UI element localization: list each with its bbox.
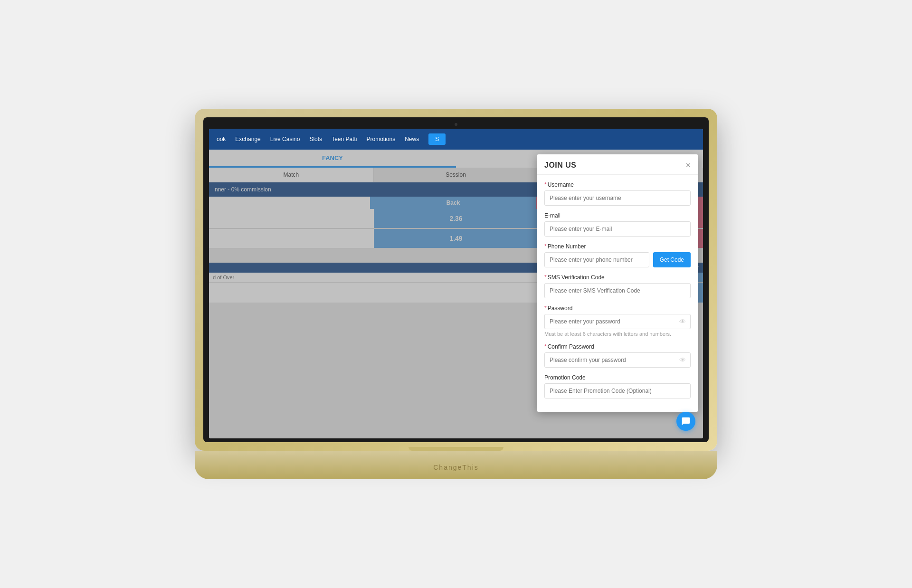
laptop-container: ook Exchange Live Casino Slots Teen Patt… xyxy=(195,109,717,479)
camera-dot xyxy=(455,123,457,126)
phone-row: Get Code xyxy=(544,252,691,267)
modal-body: *Username E-mail xyxy=(537,175,698,412)
get-code-button[interactable]: Get Code xyxy=(653,252,691,267)
confirm-password-label: *Confirm Password xyxy=(544,343,691,350)
email-input[interactable] xyxy=(544,221,691,237)
modal-close-button[interactable]: × xyxy=(685,161,691,170)
nav-item-live-casino[interactable]: Live Casino xyxy=(270,136,300,142)
username-required-star: * xyxy=(544,181,547,188)
password-row: 👁 xyxy=(544,314,691,329)
website-content: FANCY FIXED Match Session Player nner - … xyxy=(209,150,703,438)
signup-button[interactable]: S xyxy=(428,133,446,145)
nav-item-news[interactable]: News xyxy=(405,136,419,142)
phone-input[interactable] xyxy=(544,252,649,267)
confirm-password-group: *Confirm Password 👁 xyxy=(544,343,691,368)
email-group: E-mail xyxy=(544,212,691,237)
nav-item-promotions[interactable]: Promotions xyxy=(367,136,396,142)
username-group: *Username xyxy=(544,181,691,206)
password-eye-icon[interactable]: 👁 xyxy=(679,318,686,325)
email-label: E-mail xyxy=(544,212,691,219)
laptop-base: ChangeThis xyxy=(195,451,717,479)
laptop-brand: ChangeThis xyxy=(433,464,479,471)
chat-icon xyxy=(681,417,691,426)
password-label: *Password xyxy=(544,305,691,312)
sms-input[interactable] xyxy=(544,283,691,298)
password-group: *Password 👁 Must be at least 6 character… xyxy=(544,305,691,337)
promo-group: Promotion Code xyxy=(544,374,691,398)
confirm-password-input[interactable] xyxy=(544,352,691,368)
nav-item-teen-patti[interactable]: Teen Patti xyxy=(332,136,357,142)
sms-required-star: * xyxy=(544,274,547,281)
laptop-hinge xyxy=(408,447,504,451)
modal-title: JOIN US xyxy=(544,161,577,170)
nav-item-exchange[interactable]: Exchange xyxy=(235,136,260,142)
sms-group: *SMS Verification Code xyxy=(544,274,691,298)
password-input[interactable] xyxy=(544,314,691,329)
sms-label: *SMS Verification Code xyxy=(544,274,691,281)
password-required-star: * xyxy=(544,305,547,312)
join-modal: JOIN US × *Username xyxy=(537,154,698,412)
screen-bezel: ook Exchange Live Casino Slots Teen Patt… xyxy=(203,117,709,442)
promo-input[interactable] xyxy=(544,383,691,398)
password-hint: Must be at least 6 characters with lette… xyxy=(544,331,691,337)
phone-group: *Phone Number Get Code xyxy=(544,243,691,267)
confirm-eye-icon[interactable]: 👁 xyxy=(679,356,686,364)
modal-header: JOIN US × xyxy=(537,154,698,175)
laptop-screen: ook Exchange Live Casino Slots Teen Patt… xyxy=(209,129,703,438)
website-nav: ook Exchange Live Casino Slots Teen Patt… xyxy=(209,129,703,150)
chat-button[interactable] xyxy=(676,412,695,431)
username-input[interactable] xyxy=(544,190,691,206)
username-label: *Username xyxy=(544,181,691,188)
nav-item-slots[interactable]: Slots xyxy=(309,136,322,142)
nav-item-ook[interactable]: ook xyxy=(217,136,226,142)
phone-label: *Phone Number xyxy=(544,243,691,250)
laptop-lid: ook Exchange Live Casino Slots Teen Patt… xyxy=(195,109,717,451)
confirm-required-star: * xyxy=(544,343,547,350)
phone-required-star: * xyxy=(544,243,547,250)
promo-label: Promotion Code xyxy=(544,374,691,381)
confirm-password-row: 👁 xyxy=(544,352,691,368)
